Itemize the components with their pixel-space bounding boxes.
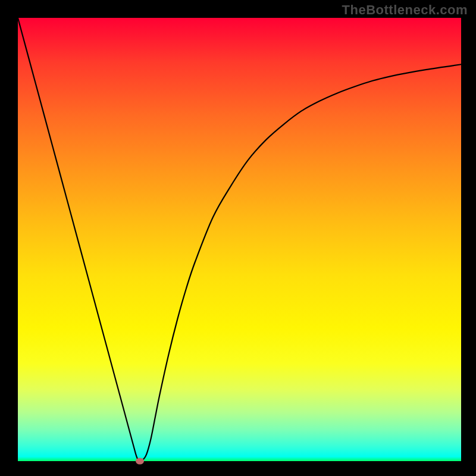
curve-layer [18,18,461,461]
plot-area [18,18,461,461]
bottleneck-curve [18,18,461,461]
chart-frame: TheBottleneck.com [0,0,476,476]
watermark-text: TheBottleneck.com [342,2,468,18]
optimum-marker [136,458,144,465]
